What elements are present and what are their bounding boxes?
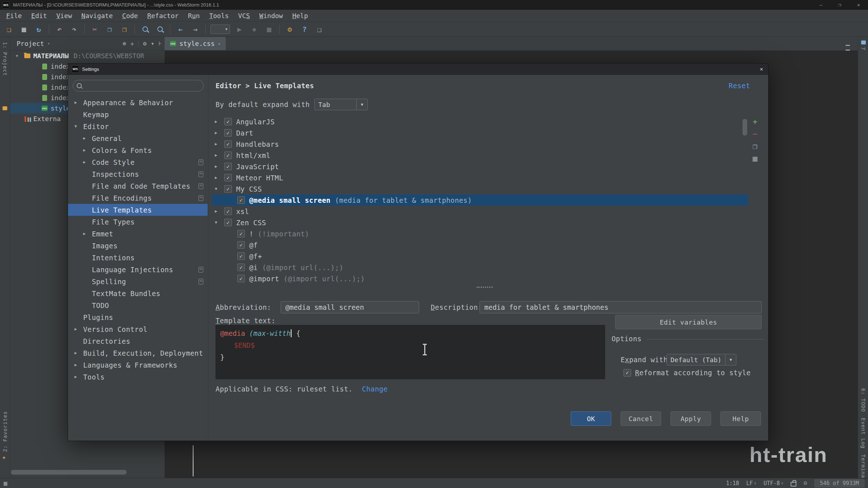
template-row[interactable]: ▶ AngularJS (212, 116, 748, 127)
expand-arrow-icon[interactable]: ▶ (75, 363, 83, 367)
menu-code[interactable]: Code (118, 10, 142, 21)
template-checkbox[interactable] (237, 241, 245, 249)
expand-arrow-icon[interactable]: ▼ (215, 220, 224, 225)
template-row[interactable]: ▶ html/xml (212, 150, 748, 161)
settings-tree-item[interactable]: File Encodings (68, 192, 208, 204)
project-header-icon[interactable] (138, 40, 139, 47)
redo-icon[interactable]: ↷ (69, 24, 80, 35)
expand-arrow-icon[interactable]: ▶ (215, 209, 224, 214)
tool-button[interactable]: Event Log (860, 418, 866, 449)
toolbar-separator[interactable] (205, 25, 206, 34)
cut-icon[interactable]: ✂ (89, 24, 100, 35)
expand-arrow-icon[interactable]: ▼ (75, 124, 83, 129)
menu-window[interactable]: Window (255, 10, 288, 21)
template-checkbox[interactable] (237, 252, 245, 260)
run-icon[interactable]: ▶ (234, 24, 245, 35)
edit-variables-button[interactable]: Edit variables (615, 315, 762, 329)
forward-icon[interactable]: → (190, 24, 201, 35)
menu-run[interactable]: Run (183, 10, 205, 21)
menu-navigate[interactable]: Navigate (77, 10, 118, 21)
vertical-scrollbar[interactable] (743, 119, 747, 136)
expand-arrow-icon[interactable]: ▶ (83, 231, 92, 236)
template-checkbox[interactable] (237, 196, 245, 204)
settings-tree-item[interactable]: ▶ Build, Execution, Deployment (68, 347, 208, 359)
search-input[interactable] (85, 82, 200, 90)
tool-button-favorites[interactable]: 2: Favorites (2, 411, 8, 452)
settings-tree-item[interactable]: ▶ Languages & Frameworks (68, 359, 208, 371)
gear-icon[interactable]: ⚙ (143, 40, 146, 47)
settings-tree-item[interactable]: ▶ Emmet (68, 228, 208, 240)
project-tree-row[interactable]: ▼ МАТЕРИАЛЫ D:\COURSES\WEBSTOR (10, 51, 165, 61)
expand-arrow-icon[interactable]: ▶ (215, 142, 224, 146)
scroll-to-source-icon[interactable]: ⊕ (123, 40, 126, 47)
restore-defaults-button[interactable]: ▦ (753, 155, 757, 163)
collapse-all-icon[interactable]: ✛ (131, 40, 134, 47)
template-row[interactable]: @i (@import url(...);) (212, 262, 748, 273)
tool-button[interactable]: 6: TODO (860, 388, 866, 412)
template-checkbox[interactable] (224, 129, 232, 137)
minimize-button[interactable]: — (812, 0, 830, 10)
cancel-button[interactable]: Cancel (621, 411, 661, 426)
find-icon[interactable] (140, 24, 150, 35)
settings-tree-item[interactable]: ▶ General (68, 132, 208, 144)
expand-arrow-icon[interactable]: ▶ (75, 327, 83, 331)
memory-indicator[interactable]: 546 of 9933M (814, 479, 864, 487)
template-checkbox[interactable] (224, 118, 232, 125)
expand-arrow-icon[interactable]: ▶ (83, 148, 92, 153)
change-link[interactable]: Change (362, 385, 388, 393)
expand-arrow-icon[interactable]: ▼ (215, 187, 224, 191)
debug-icon[interactable]: ❖ (249, 24, 260, 35)
help-button[interactable]: Help (720, 411, 761, 426)
gear-dropdown-icon[interactable]: ▾ (151, 40, 154, 47)
expand-arrow-icon[interactable]: ▶ (215, 130, 224, 135)
apply-button[interactable]: Apply (671, 411, 711, 426)
settings-wrench-icon[interactable]: ⚙ (284, 24, 295, 35)
toolbar-separator[interactable] (135, 25, 135, 34)
template-row[interactable]: @f+ (212, 251, 748, 262)
toolbar-separator[interactable] (84, 25, 85, 34)
settings-tree-item[interactable]: ▶ Tools (68, 371, 208, 383)
run-config-combo[interactable]: ▼ (210, 25, 230, 34)
settings-tree-item[interactable]: ▶ Code Style (68, 156, 208, 168)
menu-file[interactable]: File (1, 10, 26, 21)
tab-close-icon[interactable]: ✕ (218, 41, 221, 46)
dialog-close-icon[interactable]: ✕ (760, 66, 763, 72)
tool-button-structure[interactable]: 7 (860, 47, 866, 50)
editor-hide-icon[interactable] (846, 45, 850, 51)
hide-panel-icon[interactable]: ⊦ (159, 40, 162, 47)
expand-with-combo[interactable]: Default (Tab) ▼ (667, 354, 736, 365)
template-checkbox[interactable] (224, 140, 232, 148)
chevron-down-icon[interactable]: ▼ (725, 354, 736, 365)
back-icon[interactable]: ← (175, 24, 186, 35)
add-template-button[interactable]: + (753, 118, 757, 126)
sync-icon[interactable]: ↻ (33, 24, 44, 35)
expand-arrow-icon[interactable]: ▶ (83, 136, 92, 141)
template-row[interactable]: ▼ My CSS (212, 183, 748, 194)
reset-link[interactable]: Reset (729, 82, 750, 90)
menu-edit[interactable]: Edit (26, 10, 51, 21)
expand-arrow-icon[interactable]: ▶ (83, 160, 92, 164)
paste-icon[interactable]: ❒ (119, 24, 130, 35)
encoding-selector[interactable]: UTF-8↕ (763, 480, 783, 487)
menu-view[interactable]: View (52, 10, 77, 21)
expand-arrow-icon[interactable]: ▶ (215, 164, 224, 169)
template-text-editor[interactable]: @media (max-witth { $END$ } (216, 325, 605, 379)
template-row[interactable]: @f (212, 239, 748, 251)
coverage-icon[interactable]: ▩ (264, 24, 275, 35)
expand-arrow-icon[interactable]: ▶ (215, 153, 224, 158)
menu-refactor[interactable]: Refactor (142, 10, 183, 21)
toolbar-separator[interactable] (170, 25, 170, 34)
settings-tree-item[interactable]: Inspections (68, 168, 208, 180)
settings-tree-item[interactable]: Language Injections (68, 264, 208, 275)
help-icon[interactable]: ? (299, 24, 310, 35)
settings-tree-item[interactable]: Keymap (68, 108, 208, 120)
toolwindow-toggle-icon[interactable]: ▦ (4, 480, 7, 487)
menu-help[interactable]: Help (288, 10, 312, 21)
abbreviation-field[interactable]: @media small screen (281, 301, 419, 313)
remove-template-button[interactable]: − (753, 130, 757, 138)
close-button[interactable]: ✕ (849, 0, 868, 10)
ok-button[interactable]: OK (571, 411, 611, 426)
expand-arrow-icon[interactable]: ▶ (215, 175, 224, 180)
toolbar-separator[interactable] (49, 25, 49, 34)
template-checkbox[interactable] (224, 151, 232, 159)
